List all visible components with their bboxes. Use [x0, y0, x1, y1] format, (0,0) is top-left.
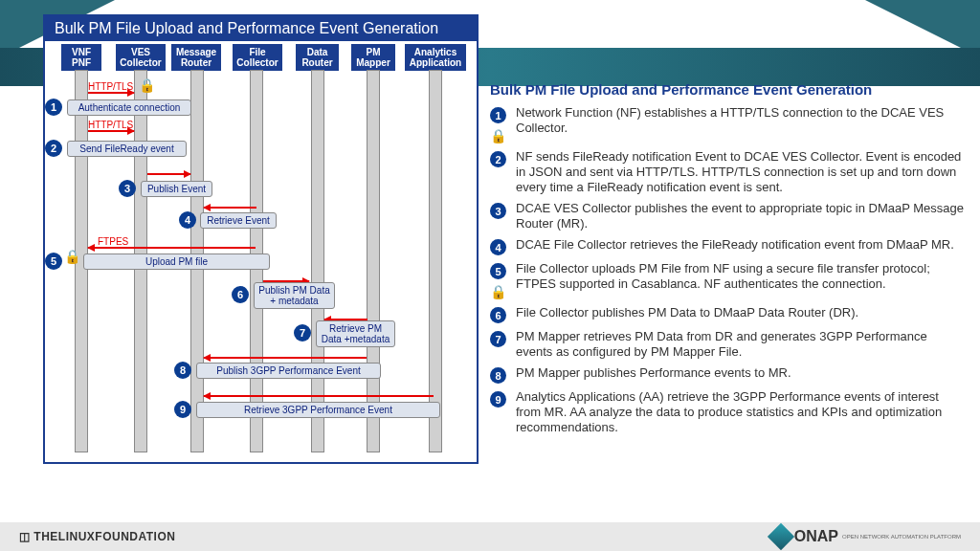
step-badge-2: 2 — [45, 140, 62, 157]
step-row: 3DCAE VES Collector publishes the event … — [490, 201, 964, 231]
msg-publish-pm: Publish PM Data + metadata — [254, 282, 335, 309]
step-number-badge: 7 — [490, 331, 506, 347]
arrow-icon — [147, 173, 190, 175]
footer: ◫ THELINUXFOUNDATION ONAPOPEN NETWORK AU… — [0, 522, 980, 551]
msg-authenticate: Authenticate connection — [67, 99, 191, 116]
msg-publish-event: Publish Event — [141, 181, 212, 197]
msg-retrieve-3gpp: Retrieve 3GPP Performance Event — [196, 402, 440, 418]
step-row: 1Network Function (NF) establishes a HTT… — [490, 105, 964, 136]
step-row: 7PM Mapper retrieves PM Data from DR and… — [490, 329, 964, 360]
step-badge-8: 8 — [174, 362, 191, 379]
description-panel: Bulk PM File Upload and Performance Even… — [490, 81, 964, 441]
step-number-badge: 5 — [490, 263, 506, 279]
linux-foundation-logo: ◫ THELINUXFOUNDATION — [19, 530, 175, 543]
step-text: NF sends FileReady notification Event to… — [516, 149, 964, 195]
step-row: 8PM Mapper publishes Performance events … — [490, 365, 964, 384]
arrow-icon — [204, 357, 367, 359]
msg-retrieve-event: Retrieve Event — [200, 212, 277, 229]
onap-subtext: OPEN NETWORK AUTOMATION PLATFORM — [842, 534, 961, 540]
arrow-icon — [88, 247, 256, 249]
lane-message-router: Message Router — [171, 44, 221, 71]
msg-upload-pm: Upload PM file — [83, 253, 270, 270]
protocol-label: HTTP/TLS — [88, 120, 133, 130]
step-text: PM Mapper publishes Performance events t… — [516, 365, 791, 381]
msg-publish-3gpp: Publish 3GPP Performance Event — [196, 363, 381, 379]
step-badge-6: 6 — [232, 286, 249, 303]
step-badge-5: 5 — [45, 253, 62, 270]
step-row: 4DCAE File Collector retrieves the FileR… — [490, 237, 964, 255]
onap-logo: ONAPOPEN NETWORK AUTOMATION PLATFORM — [771, 527, 961, 546]
lock-icon: 🔒 — [64, 249, 80, 264]
step-row: 5File Collector uploads PM File from NF … — [490, 261, 964, 292]
step-badge-3: 3 — [119, 180, 136, 197]
step-text: File Collector uploads PM File from NF u… — [516, 261, 964, 292]
lane-vnf-pnf: VNF PNF — [61, 44, 101, 71]
step-badge-1: 1 — [45, 99, 62, 116]
step-badge-4: 4 — [179, 211, 196, 229]
sequence-diagram: Bulk PM File Upload and Performance Even… — [43, 14, 479, 464]
step-number-badge: 3 — [490, 203, 506, 219]
lane-data-router: Data Router — [296, 44, 339, 71]
arrow-icon — [88, 130, 134, 132]
step-number-badge: 8 — [490, 367, 506, 384]
arrow-icon — [204, 207, 256, 209]
onap-text: ONAP — [794, 528, 838, 545]
step-text: PM Mapper retrieves PM Data from DR and … — [516, 329, 964, 360]
lock-icon: 🔒 — [490, 284, 506, 299]
step-row: 9Analytics Applications (AA) retrieve th… — [490, 389, 964, 435]
step-number-badge: 1 — [490, 107, 506, 123]
lock-icon: 🔒 — [139, 77, 155, 93]
step-number-badge: 4 — [490, 239, 506, 255]
lane-ves-collector: VES Collector — [116, 44, 166, 71]
step-text: DCAE File Collector retrieves the FileRe… — [516, 237, 954, 253]
step-row: 6File Collector publishes PM Data to DMa… — [490, 305, 964, 323]
msg-retrieve-pm: Retrieve PM Data +metadata — [316, 320, 395, 347]
step-number-badge: 2 — [490, 151, 506, 167]
arrow-icon — [88, 92, 134, 94]
step-text: File Collector publishes PM Data to DMaa… — [516, 305, 858, 320]
lane-analytics: Analytics Application — [405, 44, 466, 71]
step-number-badge: 9 — [490, 391, 506, 408]
protocol-label: HTTP/TLS — [88, 81, 133, 92]
step-row: 2NF sends FileReady notification Event t… — [490, 149, 964, 195]
step-row: 🔒 — [490, 142, 964, 143]
onap-icon — [768, 523, 794, 550]
protocol-label: FTPES — [98, 236, 128, 247]
msg-fileready: Send FileReady event — [67, 141, 187, 157]
description-title: Bulk PM File Upload and Performance Even… — [490, 81, 964, 98]
linux-text: THELINUXFOUNDATION — [33, 530, 175, 543]
step-badge-9: 9 — [174, 401, 191, 418]
step-row: 🔒 — [490, 298, 964, 299]
lock-icon: 🔒 — [490, 128, 506, 143]
lanes-container: VNF PNF VES Collector Message Router Fil… — [45, 41, 477, 457]
step-badge-7: 7 — [294, 324, 311, 342]
step-number-badge: 6 — [490, 307, 506, 323]
step-text: Analytics Applications (AA) retrieve the… — [516, 389, 964, 435]
step-text: Network Function (NF) establishes a HTTP… — [516, 105, 964, 136]
lane-pm-mapper: PM Mapper — [351, 44, 395, 71]
step-text: DCAE VES Collector publishes the event t… — [516, 201, 964, 231]
diagram-title: Bulk PM File Upload and Performance Even… — [45, 16, 477, 41]
lane-file-collector: File Collector — [233, 44, 282, 71]
arrow-icon — [204, 395, 434, 397]
